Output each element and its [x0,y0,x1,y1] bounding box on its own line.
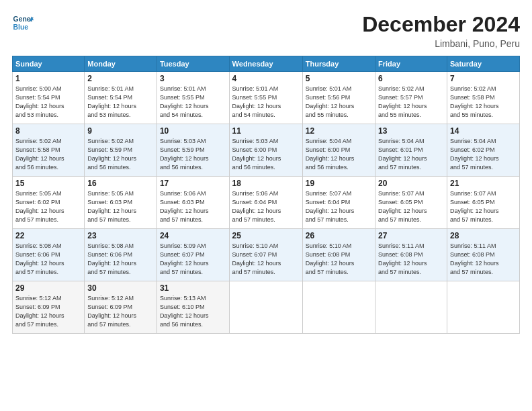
day-info: Sunrise: 5:11 AM Sunset: 6:08 PM Dayligh… [378,242,444,277]
calendar-week-row: 15Sunrise: 5:05 AM Sunset: 6:02 PM Dayli… [13,177,520,229]
day-info: Sunrise: 5:12 AM Sunset: 6:09 PM Dayligh… [87,294,154,329]
day-number: 26 [306,231,372,240]
table-cell [375,281,447,334]
table-cell: 5Sunrise: 5:01 AM Sunset: 5:56 PM Daylig… [302,72,375,124]
table-cell: 29Sunrise: 5:12 AM Sunset: 6:09 PM Dayli… [13,281,85,334]
table-cell: 8Sunrise: 5:02 AM Sunset: 5:58 PM Daylig… [13,124,85,177]
day-info: Sunrise: 5:10 AM Sunset: 6:08 PM Dayligh… [306,242,372,277]
day-number: 5 [306,74,372,83]
table-cell: 9Sunrise: 5:02 AM Sunset: 5:59 PM Daylig… [85,124,157,177]
table-cell: 31Sunrise: 5:13 AM Sunset: 6:10 PM Dayli… [157,281,229,334]
col-friday: Friday [375,56,447,72]
table-cell: 7Sunrise: 5:02 AM Sunset: 5:58 PM Daylig… [447,72,519,124]
table-cell: 27Sunrise: 5:11 AM Sunset: 6:08 PM Dayli… [375,229,447,281]
day-number: 18 [232,179,300,188]
day-number: 21 [450,179,517,188]
table-cell: 4Sunrise: 5:01 AM Sunset: 5:55 PM Daylig… [229,72,302,124]
table-cell: 25Sunrise: 5:10 AM Sunset: 6:07 PM Dayli… [229,229,302,281]
day-info: Sunrise: 5:01 AM Sunset: 5:55 PM Dayligh… [160,85,226,120]
table-cell: 18Sunrise: 5:06 AM Sunset: 6:04 PM Dayli… [229,177,302,229]
day-info: Sunrise: 5:03 AM Sunset: 6:00 PM Dayligh… [232,137,300,172]
table-cell: 21Sunrise: 5:07 AM Sunset: 6:05 PM Dayli… [447,177,519,229]
day-info: Sunrise: 5:05 AM Sunset: 6:02 PM Dayligh… [15,189,81,224]
day-number: 10 [160,126,226,136]
day-info: Sunrise: 5:02 AM Sunset: 5:58 PM Dayligh… [450,85,517,120]
col-monday: Monday [85,56,157,72]
calendar-week-row: 8Sunrise: 5:02 AM Sunset: 5:58 PM Daylig… [13,124,520,177]
table-cell: 28Sunrise: 5:11 AM Sunset: 6:08 PM Dayli… [447,229,519,281]
page: General Blue December 2024 Limbani, Puno… [0,0,532,411]
day-number: 16 [87,179,154,188]
table-cell: 26Sunrise: 5:10 AM Sunset: 6:08 PM Dayli… [302,229,375,281]
table-cell [447,281,519,334]
day-number: 1 [15,74,81,83]
day-info: Sunrise: 5:11 AM Sunset: 6:08 PM Dayligh… [450,242,517,277]
day-number: 30 [87,283,154,293]
table-cell: 19Sunrise: 5:07 AM Sunset: 6:04 PM Dayli… [302,177,375,229]
table-cell: 1Sunrise: 5:00 AM Sunset: 5:54 PM Daylig… [13,72,85,124]
logo-icon: General Blue [12,12,34,34]
day-number: 28 [450,231,517,240]
table-cell: 14Sunrise: 5:04 AM Sunset: 6:02 PM Dayli… [447,124,519,177]
col-wednesday: Wednesday [229,56,302,72]
day-number: 29 [15,283,81,293]
table-cell: 17Sunrise: 5:06 AM Sunset: 6:03 PM Dayli… [157,177,229,229]
svg-text:Blue: Blue [13,24,29,31]
day-info: Sunrise: 5:04 AM Sunset: 6:02 PM Dayligh… [450,137,517,172]
day-number: 15 [15,179,81,188]
calendar-table: Sunday Monday Tuesday Wednesday Thursday… [12,56,520,334]
table-cell: 11Sunrise: 5:03 AM Sunset: 6:00 PM Dayli… [229,124,302,177]
day-number: 23 [87,231,154,240]
col-tuesday: Tuesday [157,56,229,72]
day-info: Sunrise: 5:00 AM Sunset: 5:54 PM Dayligh… [15,85,81,120]
day-number: 2 [87,74,154,83]
day-number: 22 [15,231,81,240]
day-number: 4 [232,74,300,83]
day-info: Sunrise: 5:10 AM Sunset: 6:07 PM Dayligh… [232,242,300,277]
day-info: Sunrise: 5:06 AM Sunset: 6:04 PM Dayligh… [232,189,300,224]
day-info: Sunrise: 5:12 AM Sunset: 6:09 PM Dayligh… [15,294,81,329]
header: General Blue December 2024 Limbani, Puno… [12,12,520,49]
day-info: Sunrise: 5:07 AM Sunset: 6:05 PM Dayligh… [450,189,517,224]
table-cell: 22Sunrise: 5:08 AM Sunset: 6:06 PM Dayli… [13,229,85,281]
day-number: 19 [306,179,372,188]
day-number: 31 [160,283,226,293]
table-cell: 16Sunrise: 5:05 AM Sunset: 6:03 PM Dayli… [85,177,157,229]
day-number: 6 [378,74,444,83]
day-number: 11 [232,126,300,136]
day-info: Sunrise: 5:04 AM Sunset: 6:00 PM Dayligh… [306,137,372,172]
logo: General Blue [12,12,34,34]
day-info: Sunrise: 5:09 AM Sunset: 6:07 PM Dayligh… [160,242,226,277]
day-number: 25 [232,231,300,240]
day-number: 7 [450,74,517,83]
table-cell [229,281,302,334]
table-cell: 30Sunrise: 5:12 AM Sunset: 6:09 PM Dayli… [85,281,157,334]
table-cell: 13Sunrise: 5:04 AM Sunset: 6:01 PM Dayli… [375,124,447,177]
table-cell: 3Sunrise: 5:01 AM Sunset: 5:55 PM Daylig… [157,72,229,124]
day-number: 17 [160,179,226,188]
calendar-header-row: Sunday Monday Tuesday Wednesday Thursday… [13,56,520,72]
day-number: 24 [160,231,226,240]
day-info: Sunrise: 5:01 AM Sunset: 5:56 PM Dayligh… [306,85,372,120]
table-cell: 12Sunrise: 5:04 AM Sunset: 6:00 PM Dayli… [302,124,375,177]
day-info: Sunrise: 5:06 AM Sunset: 6:03 PM Dayligh… [160,189,226,224]
day-info: Sunrise: 5:01 AM Sunset: 5:55 PM Dayligh… [232,85,300,120]
day-number: 8 [15,126,81,136]
table-cell: 6Sunrise: 5:02 AM Sunset: 5:57 PM Daylig… [375,72,447,124]
day-info: Sunrise: 5:02 AM Sunset: 5:57 PM Dayligh… [378,85,444,120]
day-info: Sunrise: 5:07 AM Sunset: 6:04 PM Dayligh… [306,189,372,224]
table-cell: 15Sunrise: 5:05 AM Sunset: 6:02 PM Dayli… [13,177,85,229]
table-cell: 10Sunrise: 5:03 AM Sunset: 5:59 PM Dayli… [157,124,229,177]
day-number: 12 [306,126,372,136]
day-number: 27 [378,231,444,240]
day-number: 14 [450,126,517,136]
day-info: Sunrise: 5:05 AM Sunset: 6:03 PM Dayligh… [87,189,154,224]
day-info: Sunrise: 5:02 AM Sunset: 5:58 PM Dayligh… [15,137,81,172]
col-sunday: Sunday [13,56,85,72]
day-info: Sunrise: 5:07 AM Sunset: 6:05 PM Dayligh… [378,189,444,224]
day-info: Sunrise: 5:01 AM Sunset: 5:54 PM Dayligh… [87,85,154,120]
day-number: 3 [160,74,226,83]
day-info: Sunrise: 5:08 AM Sunset: 6:06 PM Dayligh… [87,242,154,277]
day-info: Sunrise: 5:02 AM Sunset: 5:59 PM Dayligh… [87,137,154,172]
table-cell: 24Sunrise: 5:09 AM Sunset: 6:07 PM Dayli… [157,229,229,281]
